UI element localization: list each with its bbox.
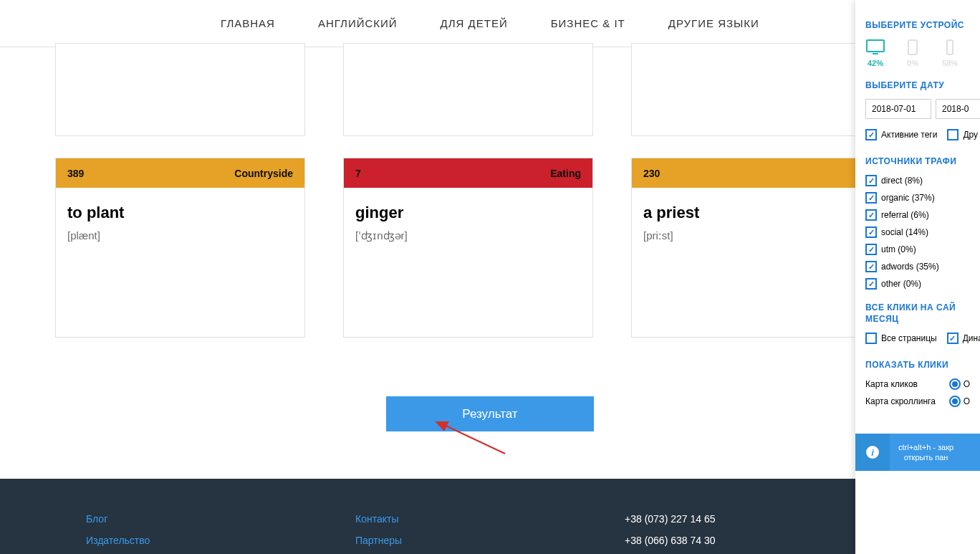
footer-link-blog[interactable]: Блог — [86, 513, 355, 525]
device-selector: 42% 0% 58% — [865, 39, 970, 67]
footer-col: Контакты Партнеры — [355, 513, 625, 554]
card-category: Countryside — [234, 168, 293, 179]
card-body: to plant [plænt] — [56, 188, 304, 257]
card-body: ginger [ˈʤɪnʤər] — [344, 188, 592, 258]
device-title: ВЫБЕРИТЕ УСТРОЙС — [865, 20, 970, 30]
check-label: Динам — [963, 333, 980, 343]
main-content: 389 Countryside to plant [plænt] 7 Eatin… — [0, 43, 980, 431]
checkbox-icon — [865, 192, 877, 204]
svg-rect-5 — [947, 40, 953, 54]
scroll-map-row[interactable]: Карта скроллинга O — [865, 396, 970, 407]
date-title: ВЫБЕРИТЕ ДАТУ — [865, 80, 970, 90]
show-clicks-title: ПОКАЗАТЬ КЛИКИ — [865, 360, 970, 370]
card-number: 230 — [643, 168, 660, 179]
active-tags-check[interactable]: Активние теги — [865, 129, 937, 140]
checkbox-icon — [865, 226, 877, 238]
date-to-input[interactable] — [936, 99, 980, 119]
checkbox-icon — [947, 333, 959, 344]
device-desktop[interactable]: 42% — [865, 39, 885, 67]
traffic-utm[interactable]: utm (0%) — [865, 244, 970, 255]
vocab-card[interactable]: 230 a priest [priːst] — [631, 158, 881, 338]
footer-col: +38 (073) 227 14 65 +38 (066) 638 74 30 — [625, 513, 894, 554]
checkbox-icon — [865, 244, 877, 255]
traffic-other[interactable]: other (0%) — [865, 278, 970, 290]
checkbox-icon — [865, 175, 877, 186]
nav-home[interactable]: ГЛАВНАЯ — [221, 17, 275, 29]
nav-kids[interactable]: ДЛЯ ДЕТЕЙ — [441, 17, 508, 29]
radio-opt: O — [964, 396, 970, 406]
checkbox-icon — [865, 209, 877, 221]
checkbox-icon — [865, 261, 877, 272]
card-ipa: [priːst] — [643, 229, 869, 242]
radio-label: Карта кликов — [865, 379, 918, 389]
check-label: Активние теги — [881, 130, 937, 140]
checkbox-icon — [865, 129, 877, 140]
card-body: a priest [priːst] — [632, 188, 880, 258]
device-pct: 0% — [907, 59, 918, 67]
nav-languages[interactable]: ДРУГИЕ ЯЗЫКИ — [668, 17, 759, 29]
svg-line-1 — [444, 425, 505, 454]
radio-opt: O — [964, 379, 970, 389]
svg-rect-4 — [908, 40, 917, 54]
traffic-direct[interactable]: direct (8%) — [865, 175, 970, 186]
svg-rect-2 — [867, 40, 884, 52]
date-from-input[interactable] — [865, 99, 931, 119]
click-map-row[interactable]: Карта кликов O — [865, 378, 970, 390]
card-header: 7 Eating — [344, 158, 592, 188]
mobile-icon — [940, 39, 960, 56]
traffic-referral[interactable]: referral (6%) — [865, 209, 970, 221]
card-placeholder — [343, 43, 593, 136]
footer-link-publish[interactable]: Издательство — [86, 535, 355, 546]
footer-link-partners[interactable]: Партнеры — [355, 535, 625, 546]
radio-label: Карта скроллинга — [865, 396, 936, 406]
check-label: utm (0%) — [881, 244, 916, 254]
check-label: other (0%) — [881, 279, 921, 289]
check-label: social (14%) — [881, 227, 928, 237]
info-panel: i ctrl+alt+h - закр открыть пан — [855, 434, 980, 471]
clicks-sub: МЕСЯЦ — [865, 314, 970, 324]
card-ipa: [plænt] — [67, 229, 293, 242]
dynamic-check[interactable]: Динам — [947, 333, 980, 344]
traffic-title: ИСТОЧНИКИ ТРАФИ — [865, 156, 970, 166]
card-header: 230 — [632, 158, 880, 188]
checkbox-icon — [865, 333, 877, 344]
card-number: 389 — [67, 168, 84, 179]
radio-icon — [949, 378, 961, 390]
vocab-card[interactable]: 389 Countryside to plant [plænt] — [55, 158, 305, 338]
nav-english[interactable]: АНГЛИЙСКИЙ — [318, 17, 398, 29]
check-label: direct (8%) — [881, 176, 923, 186]
radio-icon — [949, 396, 961, 407]
device-tablet[interactable]: 0% — [903, 39, 923, 67]
traffic-adwords[interactable]: adwords (35%) — [865, 261, 970, 272]
card-category: Eating — [550, 168, 581, 179]
footer: Блог Издательство Контакты Партнеры +38 … — [0, 479, 980, 554]
vocab-card[interactable]: 7 Eating ginger [ˈʤɪnʤər] — [343, 158, 593, 338]
card-number: 7 — [355, 168, 361, 179]
info-icon: i — [855, 434, 890, 471]
card-word: ginger — [355, 204, 581, 222]
card-placeholder — [631, 43, 881, 136]
device-mobile[interactable]: 58% — [940, 39, 960, 67]
card-word: to plant — [67, 204, 293, 222]
info-text: ctrl+alt+h - закр открыть пан — [890, 442, 962, 463]
phone-1: +38 (073) 227 14 65 — [625, 513, 894, 525]
check-label: Все страницы — [881, 333, 937, 343]
check-label: Дру — [963, 130, 978, 140]
footer-link-contacts[interactable]: Контакты — [355, 513, 625, 525]
tablet-icon — [903, 39, 923, 56]
traffic-organic[interactable]: organic (37%) — [865, 192, 970, 204]
card-ipa: [ˈʤɪnʤər] — [355, 229, 581, 242]
nav-business[interactable]: БИЗНЕС & IT — [551, 17, 625, 29]
check-label: referral (6%) — [881, 210, 929, 220]
card-placeholder — [55, 43, 305, 136]
other-tags-check[interactable]: Дру — [947, 129, 978, 140]
traffic-social[interactable]: social (14%) — [865, 226, 970, 238]
card-word: a priest — [643, 204, 869, 222]
top-nav: ГЛАВНАЯ АНГЛИЙСКИЙ ДЛЯ ДЕТЕЙ БИЗНЕС & IT… — [0, 0, 980, 47]
check-label: organic (37%) — [881, 193, 935, 203]
date-range — [865, 99, 970, 119]
analytics-sidebar: ВЫБЕРИТЕ УСТРОЙС 42% 0% 58% ВЫБЕРИТЕ ДАТ… — [855, 0, 980, 554]
phone-2: +38 (066) 638 74 30 — [625, 535, 894, 546]
all-pages-check[interactable]: Все страницы — [865, 333, 937, 344]
svg-text:i: i — [871, 447, 874, 458]
